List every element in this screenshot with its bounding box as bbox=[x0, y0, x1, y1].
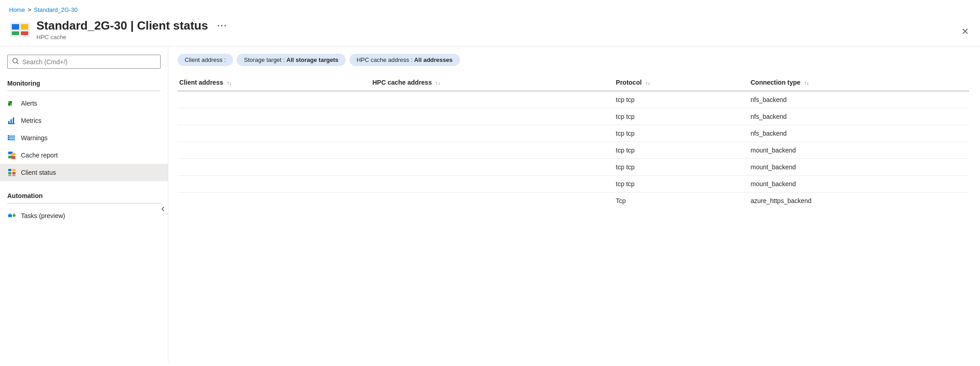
storage-target-filter-label: Storage target : bbox=[244, 56, 285, 63]
main-layout: Monitoring Alerts bbox=[0, 46, 980, 362]
svg-rect-1 bbox=[12, 24, 19, 30]
client-status-table: Client address ↑↓ HPC cache address ↑↓ P… bbox=[177, 75, 969, 209]
table-cell-0-row-2 bbox=[177, 125, 370, 142]
sidebar-item-alerts[interactable]: Alerts bbox=[0, 95, 168, 112]
svg-rect-24 bbox=[8, 169, 11, 171]
table-cell-2-row-3: tcp tcp bbox=[614, 142, 749, 159]
main-content: Client address : Storage target : All st… bbox=[167, 46, 980, 362]
hpc-cache-filter-value: All addresses bbox=[414, 56, 453, 63]
col-hpc-cache-address[interactable]: HPC cache address ↑↓ bbox=[370, 75, 614, 91]
table-cell-3-row-4: mount_backend bbox=[749, 159, 969, 176]
table-cell-1-row-5 bbox=[370, 176, 614, 193]
header-subtitle: HPC cache bbox=[36, 34, 971, 41]
svg-line-6 bbox=[17, 62, 18, 64]
col-protocol-label: Protocol bbox=[616, 79, 642, 86]
table-row: tcp tcpnfs_backend bbox=[177, 91, 969, 108]
sidebar-item-metrics[interactable]: Metrics bbox=[0, 112, 168, 129]
table-row: tcp tcpmount_backend bbox=[177, 176, 969, 193]
table-cell-2-row-6: Tcp bbox=[614, 193, 749, 209]
metrics-icon bbox=[7, 116, 16, 125]
col-connection-type-sort-icon[interactable]: ↑↓ bbox=[804, 80, 809, 86]
breadcrumb-current[interactable]: Standard_2G-30 bbox=[34, 6, 77, 13]
svg-rect-31 bbox=[13, 214, 15, 217]
monitoring-divider bbox=[7, 91, 161, 91]
svg-rect-27 bbox=[12, 172, 15, 174]
client-status-label: Client status bbox=[21, 169, 56, 176]
sidebar-collapse-button[interactable] bbox=[159, 53, 167, 366]
metrics-label: Metrics bbox=[21, 117, 41, 124]
col-connection-type-label: Connection type bbox=[751, 79, 801, 86]
hpc-cache-filter-label: HPC cache address : bbox=[357, 56, 413, 63]
cache-report-label: Cache report bbox=[21, 152, 58, 159]
table-row: tcp tcpnfs_backend bbox=[177, 108, 969, 125]
svg-rect-9 bbox=[10, 103, 12, 106]
header-title: Standard_2G-30 | Client status ··· bbox=[36, 19, 971, 33]
client-address-filter-label: Client address : bbox=[185, 56, 226, 63]
table-row: tcp tcpmount_backend bbox=[177, 142, 969, 159]
table-cell-0-row-5 bbox=[177, 176, 370, 193]
table-cell-3-row-3: mount_backend bbox=[749, 142, 969, 159]
client-address-filter[interactable]: Client address : bbox=[177, 54, 233, 66]
table-row: tcp tcpnfs_backend bbox=[177, 125, 969, 142]
alerts-label: Alerts bbox=[21, 100, 37, 107]
table-cell-1-row-4 bbox=[370, 159, 614, 176]
svg-rect-29 bbox=[12, 175, 15, 176]
svg-rect-23 bbox=[11, 156, 15, 159]
table-cell-2-row-4: tcp tcp bbox=[614, 159, 749, 176]
svg-rect-19 bbox=[8, 139, 9, 140]
sidebar-item-tasks[interactable]: Tasks (preview) bbox=[0, 207, 168, 224]
table-cell-2-row-2: tcp tcp bbox=[614, 125, 749, 142]
breadcrumb-home[interactable]: Home bbox=[9, 6, 25, 13]
table-cell-3-row-5: mount_backend bbox=[749, 176, 969, 193]
table-cell-1-row-1 bbox=[370, 108, 614, 125]
more-menu-button[interactable]: ··· bbox=[217, 20, 227, 31]
svg-rect-12 bbox=[13, 117, 14, 124]
table-cell-0-row-6 bbox=[177, 193, 370, 209]
svg-rect-3 bbox=[12, 31, 19, 35]
table-cell-1-row-2 bbox=[370, 125, 614, 142]
table-cell-2-row-1: tcp tcp bbox=[614, 108, 749, 125]
header-text: Standard_2G-30 | Client status ··· HPC c… bbox=[36, 19, 971, 41]
table-cell-3-row-2: nfs_backend bbox=[749, 125, 969, 142]
svg-rect-13 bbox=[8, 123, 15, 124]
sidebar-item-client-status[interactable]: Client status bbox=[0, 164, 168, 181]
storage-target-filter-value: All storage targets bbox=[287, 56, 338, 63]
table-cell-0-row-1 bbox=[177, 108, 370, 125]
data-table-container: Client address ↑↓ HPC cache address ↑↓ P… bbox=[177, 75, 969, 209]
table-cell-2-row-0: tcp tcp bbox=[614, 91, 749, 108]
cache-report-icon bbox=[7, 151, 16, 160]
table-cell-1-row-0 bbox=[370, 91, 614, 108]
warnings-label: Warnings bbox=[21, 134, 48, 142]
hpc-cache-filter[interactable]: HPC cache address : All addresses bbox=[349, 54, 460, 66]
table-row: tcp tcpmount_backend bbox=[177, 159, 969, 176]
table-cell-3-row-1: nfs_backend bbox=[749, 108, 969, 125]
table-cell-0-row-3 bbox=[177, 142, 370, 159]
table-cell-2-row-5: tcp tcp bbox=[614, 176, 749, 193]
col-protocol[interactable]: Protocol ↑↓ bbox=[614, 75, 749, 91]
sidebar: Monitoring Alerts bbox=[0, 46, 168, 362]
col-protocol-sort-icon[interactable]: ↑↓ bbox=[645, 80, 650, 86]
search-icon bbox=[12, 58, 19, 66]
close-button[interactable]: ✕ bbox=[961, 26, 969, 37]
col-connection-type[interactable]: Connection type ↑↓ bbox=[749, 75, 969, 91]
tasks-icon bbox=[7, 211, 16, 220]
col-hpc-cache-address-label: HPC cache address bbox=[372, 79, 432, 86]
table-row: Tcpazure_https_backend bbox=[177, 193, 969, 209]
search-input[interactable] bbox=[22, 58, 156, 66]
col-client-address-sort-icon[interactable]: ↑↓ bbox=[227, 80, 232, 86]
svg-rect-28 bbox=[8, 175, 11, 176]
table-header-row: Client address ↑↓ HPC cache address ↑↓ P… bbox=[177, 75, 969, 91]
search-box[interactable] bbox=[7, 55, 161, 69]
table-cell-0-row-0 bbox=[177, 91, 370, 108]
col-client-address[interactable]: Client address ↑↓ bbox=[177, 75, 370, 91]
col-hpc-cache-address-sort-icon[interactable]: ↑↓ bbox=[435, 80, 440, 86]
svg-rect-2 bbox=[21, 24, 28, 30]
table-cell-3-row-0: nfs_backend bbox=[749, 91, 969, 108]
svg-rect-25 bbox=[12, 169, 15, 171]
hpc-cache-icon bbox=[9, 19, 31, 41]
client-status-icon bbox=[7, 168, 16, 177]
sidebar-item-warnings[interactable]: Warnings bbox=[0, 129, 168, 147]
storage-target-filter[interactable]: Storage target : All storage targets bbox=[237, 54, 345, 66]
sidebar-item-cache-report[interactable]: Cache report bbox=[0, 147, 168, 164]
svg-rect-18 bbox=[8, 137, 9, 138]
